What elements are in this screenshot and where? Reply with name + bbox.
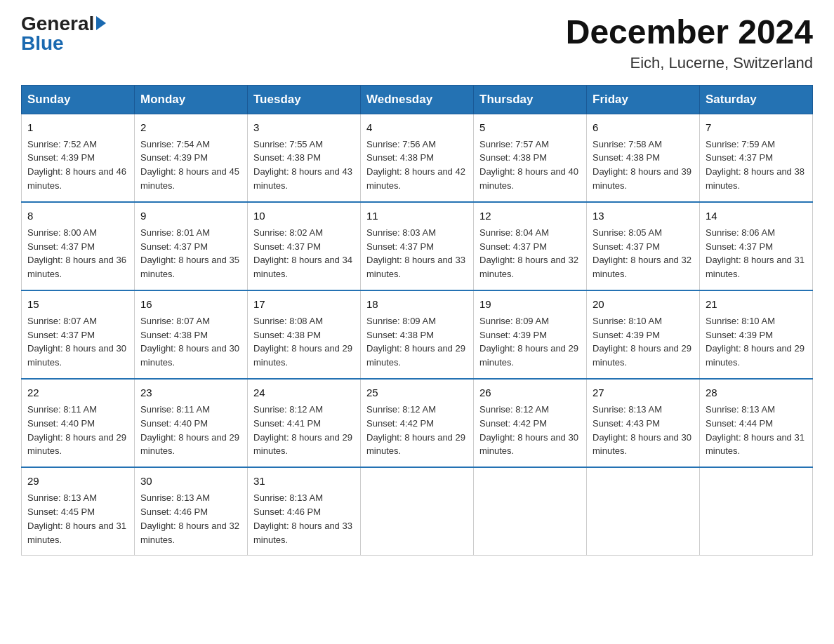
calendar-cell: 5Sunrise: 7:57 AMSunset: 4:38 PMDaylight… <box>474 114 587 202</box>
header-thursday: Thursday <box>474 85 587 114</box>
day-number: 3 <box>253 120 355 135</box>
calendar-cell: 9Sunrise: 8:01 AMSunset: 4:37 PMDaylight… <box>135 202 248 290</box>
week-row-1: 1Sunrise: 7:52 AMSunset: 4:39 PMDaylight… <box>22 114 813 202</box>
calendar-cell: 19Sunrise: 8:09 AMSunset: 4:39 PMDayligh… <box>474 290 587 379</box>
day-info: Sunrise: 8:08 AMSunset: 4:38 PMDaylight:… <box>253 316 352 368</box>
calendar-cell: 29Sunrise: 8:13 AMSunset: 4:45 PMDayligh… <box>22 467 135 556</box>
calendar-table: SundayMondayTuesdayWednesdayThursdayFrid… <box>21 85 813 556</box>
calendar-header-row: SundayMondayTuesdayWednesdayThursdayFrid… <box>22 85 813 114</box>
day-info: Sunrise: 8:04 AMSunset: 4:37 PMDaylight:… <box>479 227 578 280</box>
day-number: 31 <box>253 474 355 489</box>
calendar-title: December 2024 <box>566 14 813 51</box>
calendar-subtitle: Eich, Lucerne, Switzerland <box>566 54 813 72</box>
day-number: 27 <box>593 385 694 401</box>
calendar-cell: 15Sunrise: 8:07 AMSunset: 4:37 PMDayligh… <box>22 290 135 379</box>
day-info: Sunrise: 8:13 AMSunset: 4:43 PMDaylight:… <box>593 404 691 457</box>
calendar-cell <box>587 467 700 556</box>
day-info: Sunrise: 8:12 AMSunset: 4:41 PMDaylight:… <box>253 404 352 457</box>
day-info: Sunrise: 8:11 AMSunset: 4:40 PMDaylight:… <box>27 404 126 457</box>
logo-blue-text: Blue <box>21 34 64 53</box>
day-info: Sunrise: 8:09 AMSunset: 4:38 PMDaylight:… <box>366 316 465 368</box>
day-number: 17 <box>253 297 355 312</box>
week-row-4: 22Sunrise: 8:11 AMSunset: 4:40 PMDayligh… <box>22 379 813 467</box>
day-info: Sunrise: 8:05 AMSunset: 4:37 PMDaylight:… <box>593 227 691 280</box>
day-number: 22 <box>27 385 128 401</box>
header-friday: Friday <box>587 85 700 114</box>
calendar-cell: 11Sunrise: 8:03 AMSunset: 4:37 PMDayligh… <box>361 202 474 290</box>
day-info: Sunrise: 7:54 AMSunset: 4:39 PMDaylight:… <box>140 139 239 192</box>
title-block: December 2024 Eich, Lucerne, Switzerland <box>566 14 813 72</box>
day-info: Sunrise: 8:07 AMSunset: 4:37 PMDaylight:… <box>27 316 126 368</box>
day-number: 2 <box>140 120 241 135</box>
header-wednesday: Wednesday <box>361 85 474 114</box>
day-number: 19 <box>479 297 581 312</box>
day-info: Sunrise: 8:03 AMSunset: 4:37 PMDaylight:… <box>366 227 465 280</box>
week-row-5: 29Sunrise: 8:13 AMSunset: 4:45 PMDayligh… <box>22 467 813 556</box>
day-info: Sunrise: 7:55 AMSunset: 4:38 PMDaylight:… <box>253 139 352 192</box>
day-number: 14 <box>706 208 807 224</box>
day-info: Sunrise: 8:12 AMSunset: 4:42 PMDaylight:… <box>366 404 465 457</box>
day-info: Sunrise: 8:06 AMSunset: 4:37 PMDaylight:… <box>706 227 805 280</box>
day-number: 11 <box>366 208 468 224</box>
day-number: 26 <box>479 385 581 401</box>
calendar-cell: 25Sunrise: 8:12 AMSunset: 4:42 PMDayligh… <box>361 379 474 467</box>
header-tuesday: Tuesday <box>248 85 361 114</box>
logo-triangle-icon <box>96 16 106 30</box>
day-info: Sunrise: 7:52 AMSunset: 4:39 PMDaylight:… <box>27 139 126 192</box>
day-info: Sunrise: 7:58 AMSunset: 4:38 PMDaylight:… <box>593 139 691 192</box>
day-info: Sunrise: 8:09 AMSunset: 4:39 PMDaylight:… <box>479 316 578 368</box>
day-number: 18 <box>366 297 468 312</box>
day-info: Sunrise: 8:13 AMSunset: 4:46 PMDaylight:… <box>253 492 352 545</box>
day-number: 13 <box>593 208 694 224</box>
calendar-cell: 12Sunrise: 8:04 AMSunset: 4:37 PMDayligh… <box>474 202 587 290</box>
calendar-cell: 30Sunrise: 8:13 AMSunset: 4:46 PMDayligh… <box>135 467 248 556</box>
calendar-cell: 13Sunrise: 8:05 AMSunset: 4:37 PMDayligh… <box>587 202 700 290</box>
day-number: 8 <box>27 208 128 224</box>
day-info: Sunrise: 7:56 AMSunset: 4:38 PMDaylight:… <box>366 139 465 192</box>
day-number: 29 <box>27 474 128 489</box>
calendar-cell: 20Sunrise: 8:10 AMSunset: 4:39 PMDayligh… <box>587 290 700 379</box>
calendar-cell: 17Sunrise: 8:08 AMSunset: 4:38 PMDayligh… <box>248 290 361 379</box>
day-info: Sunrise: 8:11 AMSunset: 4:40 PMDaylight:… <box>140 404 239 457</box>
day-info: Sunrise: 8:07 AMSunset: 4:38 PMDaylight:… <box>140 316 239 368</box>
day-number: 23 <box>140 385 241 401</box>
calendar-cell <box>361 467 474 556</box>
day-info: Sunrise: 8:12 AMSunset: 4:42 PMDaylight:… <box>479 404 578 457</box>
calendar-cell: 24Sunrise: 8:12 AMSunset: 4:41 PMDayligh… <box>248 379 361 467</box>
calendar-cell: 3Sunrise: 7:55 AMSunset: 4:38 PMDaylight… <box>248 114 361 202</box>
day-number: 4 <box>366 120 468 135</box>
week-row-3: 15Sunrise: 8:07 AMSunset: 4:37 PMDayligh… <box>22 290 813 379</box>
calendar-cell: 28Sunrise: 8:13 AMSunset: 4:44 PMDayligh… <box>700 379 813 467</box>
day-number: 30 <box>140 474 241 489</box>
day-number: 5 <box>479 120 581 135</box>
calendar-cell: 18Sunrise: 8:09 AMSunset: 4:38 PMDayligh… <box>361 290 474 379</box>
calendar-cell: 23Sunrise: 8:11 AMSunset: 4:40 PMDayligh… <box>135 379 248 467</box>
page-header: General Blue December 2024 Eich, Lucerne… <box>21 14 813 72</box>
header-sunday: Sunday <box>22 85 135 114</box>
day-number: 25 <box>366 385 468 401</box>
logo-general-text: General <box>21 14 94 34</box>
day-number: 20 <box>593 297 694 312</box>
calendar-cell <box>474 467 587 556</box>
day-info: Sunrise: 8:10 AMSunset: 4:39 PMDaylight:… <box>706 316 805 368</box>
calendar-cell: 7Sunrise: 7:59 AMSunset: 4:37 PMDaylight… <box>700 114 813 202</box>
day-info: Sunrise: 8:13 AMSunset: 4:45 PMDaylight:… <box>27 492 126 545</box>
calendar-cell: 27Sunrise: 8:13 AMSunset: 4:43 PMDayligh… <box>587 379 700 467</box>
day-number: 28 <box>706 385 807 401</box>
day-number: 12 <box>479 208 581 224</box>
header-monday: Monday <box>135 85 248 114</box>
day-info: Sunrise: 8:00 AMSunset: 4:37 PMDaylight:… <box>27 227 126 280</box>
calendar-cell: 22Sunrise: 8:11 AMSunset: 4:40 PMDayligh… <box>22 379 135 467</box>
day-info: Sunrise: 7:59 AMSunset: 4:37 PMDaylight:… <box>706 139 805 192</box>
day-info: Sunrise: 7:57 AMSunset: 4:38 PMDaylight:… <box>479 139 578 192</box>
day-number: 6 <box>593 120 694 135</box>
logo: General Blue <box>21 14 106 53</box>
day-info: Sunrise: 8:01 AMSunset: 4:37 PMDaylight:… <box>140 227 239 280</box>
week-row-2: 8Sunrise: 8:00 AMSunset: 4:37 PMDaylight… <box>22 202 813 290</box>
calendar-cell: 14Sunrise: 8:06 AMSunset: 4:37 PMDayligh… <box>700 202 813 290</box>
day-number: 9 <box>140 208 241 224</box>
day-info: Sunrise: 8:13 AMSunset: 4:44 PMDaylight:… <box>706 404 805 457</box>
day-info: Sunrise: 8:02 AMSunset: 4:37 PMDaylight:… <box>253 227 352 280</box>
day-number: 7 <box>706 120 807 135</box>
calendar-cell: 8Sunrise: 8:00 AMSunset: 4:37 PMDaylight… <box>22 202 135 290</box>
